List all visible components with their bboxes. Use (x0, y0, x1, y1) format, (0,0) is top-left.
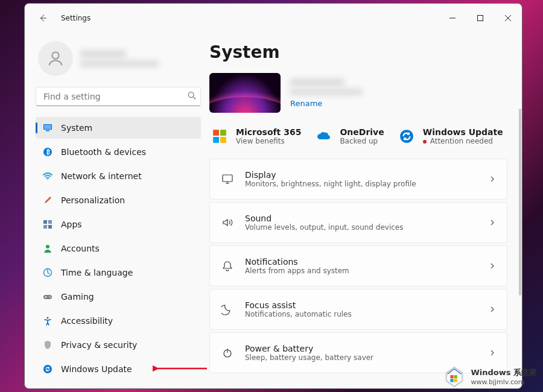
close-icon (505, 15, 511, 21)
nav-item-accessibility[interactable]: Accessibility (36, 310, 201, 332)
arrow-left-icon (39, 14, 47, 22)
nav-item-bluetooth-devices[interactable]: Bluetooth & devices (36, 141, 201, 163)
svg-point-23 (400, 130, 413, 143)
maximize-button[interactable] (466, 9, 494, 27)
watermark-logo (443, 365, 466, 388)
nav-label: Apps (61, 220, 82, 229)
nav-label: Network & internet (61, 171, 142, 181)
minimize-button[interactable] (439, 9, 466, 27)
setting-display[interactable]: DisplayMonitors, brightness, night light… (209, 159, 507, 200)
moon-icon (221, 303, 234, 315)
svg-rect-24 (223, 175, 232, 182)
nav-item-time-language[interactable]: Time & language (36, 262, 201, 283)
setting-focus-assist[interactable]: Focus assistNotifications, automatic rul… (209, 289, 507, 330)
svg-rect-10 (43, 225, 47, 229)
title-bar: Settings (25, 4, 522, 33)
status-text: OneDriveBacked up (340, 127, 384, 145)
status-title: Microsoft 365 (236, 127, 301, 137)
svg-rect-28 (454, 375, 457, 378)
window-body: SystemBluetooth & devicesNetwork & inter… (25, 33, 522, 388)
svg-point-1 (52, 52, 59, 58)
minimize-icon (449, 15, 456, 21)
status-sub: View benefits (236, 137, 301, 145)
nav-item-personalization[interactable]: Personalization (36, 189, 201, 211)
watermark: Windows 系统家 www.bjjmlv.com (439, 362, 541, 390)
setting-notifications[interactable]: NotificationsAlerts from apps and system (209, 245, 507, 286)
setting-text: NotificationsAlerts from apps and system (245, 257, 478, 275)
winupdate-icon (398, 127, 416, 145)
setting-text: Power & batterySleep, battery usage, bat… (245, 344, 478, 362)
nav-item-gaming[interactable]: Gaming (36, 286, 201, 308)
update-icon (43, 364, 52, 374)
setting-sub: Volume levels, output, input, sound devi… (245, 223, 478, 232)
setting-text: Focus assistNotifications, automatic rul… (245, 300, 478, 318)
nav-item-apps[interactable]: Apps (36, 213, 201, 235)
setting-sub: Notifications, automatic rules (245, 310, 478, 318)
svg-rect-9 (48, 220, 52, 224)
scrollbar[interactable] (519, 109, 521, 296)
sidebar: SystemBluetooth & devicesNetwork & inter… (25, 33, 209, 388)
search-input[interactable] (36, 87, 201, 106)
status-text: Microsoft 365View benefits (236, 127, 301, 145)
svg-point-2 (188, 92, 194, 98)
svg-rect-0 (478, 16, 483, 21)
chevron-right-icon (489, 304, 496, 315)
nav-label: Personalization (61, 195, 125, 205)
svg-rect-22 (220, 137, 226, 143)
nav-item-windows-update[interactable]: Windows Update (36, 358, 201, 380)
chevron-right-icon (489, 217, 496, 229)
svg-rect-5 (46, 130, 49, 131)
setting-text: SoundVolume levels, output, input, sound… (245, 213, 478, 232)
display-icon (221, 173, 234, 185)
nav-label: Privacy & security (61, 340, 137, 350)
status-sub: Attention needed (423, 137, 503, 145)
status-text: Windows UpdateAttention needed (423, 127, 503, 145)
status-title: Windows Update (423, 127, 503, 137)
shield-icon (43, 340, 52, 350)
nav-item-accounts[interactable]: Accounts (36, 238, 201, 259)
svg-point-7 (47, 179, 48, 180)
svg-rect-14 (43, 295, 52, 299)
maximize-icon (477, 15, 483, 21)
status-row: Microsoft 365View benefitsOneDriveBacked… (209, 125, 507, 148)
setting-sound[interactable]: SoundVolume levels, output, input, sound… (209, 202, 507, 243)
status-windows-update[interactable]: Windows UpdateAttention needed (396, 125, 504, 148)
pc-name-blurred (290, 78, 345, 86)
person-icon (43, 244, 52, 253)
setting-sub: Monitors, brightness, night light, displ… (245, 180, 478, 188)
accessibility-icon (43, 316, 52, 326)
setting-title: Power & battery (245, 344, 478, 353)
window-controls (439, 9, 522, 27)
page-title: System (209, 42, 507, 62)
status-onedrive[interactable]: OneDriveBacked up (313, 125, 385, 148)
nav-list: SystemBluetooth & devicesNetwork & inter… (36, 117, 201, 380)
ms365-icon (211, 127, 229, 145)
user-email-blurred (80, 60, 159, 67)
sound-icon (221, 217, 234, 229)
svg-rect-20 (220, 130, 226, 136)
clock-globe-icon (43, 268, 52, 277)
search-box (36, 87, 201, 106)
close-button[interactable] (494, 9, 522, 27)
nav-item-network-internet[interactable]: Network & internet (36, 165, 201, 187)
user-block[interactable] (36, 39, 201, 84)
nav-item-system[interactable]: System (36, 117, 201, 139)
status-sub: Backed up (340, 137, 384, 145)
chevron-right-icon (489, 347, 496, 359)
svg-rect-8 (43, 220, 47, 224)
main-panel: System Rename Microsoft 365View benefits… (209, 33, 522, 388)
rename-link[interactable]: Rename (290, 99, 363, 108)
brush-icon (43, 195, 52, 205)
setting-title: Sound (245, 213, 478, 223)
watermark-title: Windows 系统家 (471, 367, 537, 378)
status-microsoft-[interactable]: Microsoft 365View benefits (209, 125, 302, 148)
settings-window: Settings SystemBluetooth & device (24, 3, 522, 389)
pc-model-blurred (290, 89, 363, 95)
svg-rect-4 (44, 125, 51, 129)
nav-item-privacy-security[interactable]: Privacy & security (36, 334, 201, 356)
setting-text: DisplayMonitors, brightness, night light… (245, 170, 478, 188)
back-button[interactable] (34, 10, 51, 27)
setting-sub: Sleep, battery usage, battery saver (245, 353, 478, 362)
nav-label: Accessibility (61, 316, 113, 326)
watermark-text: Windows 系统家 www.bjjmlv.com (471, 367, 537, 386)
